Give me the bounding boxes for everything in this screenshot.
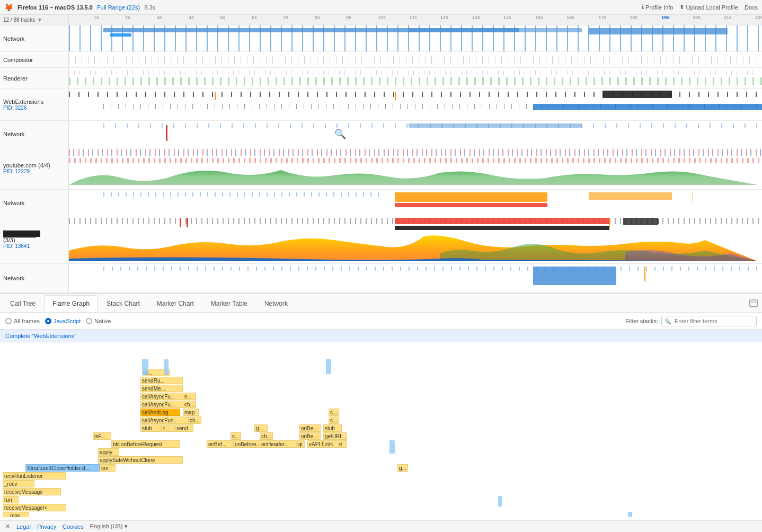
flame-block[interactable]: r... <box>162 424 175 432</box>
radio-all-frames[interactable]: All frames <box>5 318 40 324</box>
flame-block[interactable]: c... <box>329 409 339 416</box>
track-row-network3: Network <box>0 190 762 216</box>
tab-stack-chart[interactable]: Stack Chart <box>99 295 148 312</box>
flamegraph-area: w... sendRu... sendMe... callAsyncFu... … <box>0 342 762 517</box>
flame-block[interactable]: map <box>183 409 199 416</box>
frames-radio-group: All frames JavaScript Native <box>5 318 111 324</box>
flame-block[interactable]: applySafeWithoutClone <box>98 456 183 464</box>
track-content-youtube <box>69 147 762 189</box>
legal-link[interactable]: Legal <box>16 524 31 530</box>
track-content-network4 <box>69 264 762 292</box>
flame-block[interactable]: _recv <box>3 480 34 487</box>
flame-block[interactable]: StructuredCloneHolder.d... <box>25 464 100 472</box>
flame-block[interactable]: onBef... <box>207 440 233 448</box>
upload-icon: ⬆ <box>679 4 684 11</box>
tab-network[interactable]: Network <box>256 295 296 312</box>
flame-block[interactable]: onBeforeRequest <box>119 440 180 448</box>
tab-flame-graph[interactable]: Flame Graph <box>45 295 98 312</box>
tracks-count[interactable]: 12 / 88 tracks ▼ <box>0 15 69 25</box>
svg-rect-1 <box>750 299 757 303</box>
flame-block[interactable]: ch... <box>260 432 273 440</box>
track-content-network3 <box>69 190 762 216</box>
range-label[interactable]: Full Range (22s) <box>97 4 140 11</box>
tab-marker-chart[interactable]: Marker Chart <box>149 295 202 312</box>
flame-block[interactable]: receiveMessage/< <box>3 504 66 511</box>
flame-block[interactable]: apply <box>98 448 119 456</box>
profile-info-btn[interactable]: ℹ Profile Info <box>642 4 674 11</box>
flamegraph-canvas: w... sendRu... sendMe... callAsyncFu... … <box>0 342 762 517</box>
flame-block[interactable]: receiveMessage <box>3 488 61 495</box>
radio-dot-javascript <box>45 318 51 324</box>
flame-block[interactable]: g... <box>397 464 408 472</box>
flame-block[interactable]: ch... <box>188 416 201 424</box>
track-content-compositor <box>69 52 762 67</box>
panel-toggle-icon[interactable] <box>747 297 760 309</box>
track-content-network1 <box>69 25 762 51</box>
track-label-network3: Network <box>0 190 69 216</box>
track-row-network4: Network <box>0 264 762 293</box>
language-selector[interactable]: English (US) ▾ <box>90 523 128 530</box>
cookies-link[interactable]: Cookies <box>63 524 84 530</box>
track-label-network2: Network <box>0 121 69 147</box>
flame-block[interactable]: stub <box>140 424 162 432</box>
flame-block[interactable]: tire <box>100 464 116 472</box>
track-row-pid13641: ████████ (3/3) PID: 13641 <box>0 216 762 264</box>
flame-block[interactable]: qi <box>297 440 305 448</box>
flame-block[interactable]: recvRunListener <box>3 472 66 480</box>
track-label-pid13641: ████████ (3/3) PID: 13641 <box>0 216 69 263</box>
track-content-network2: 🔍 <box>69 121 762 147</box>
flame-marker <box>164 359 169 375</box>
flame-block[interactable]: onBe... <box>299 432 321 440</box>
flame-block[interactable]: sendRu... <box>140 377 183 384</box>
flame-block[interactable]: stub <box>323 424 342 432</box>
tabs-bar: Call Tree Flame Graph Stack Chart Marker… <box>0 294 762 313</box>
track-row-youtube: youtube.com (4/4) PID: 12229 <box>0 147 762 190</box>
flame-block[interactable]: c... <box>231 432 241 440</box>
close-icon[interactable]: ✕ <box>5 523 10 530</box>
status-bar: ✕ Legal Privacy Cookies English (US) ▾ <box>0 520 762 532</box>
flame-marker <box>389 440 395 454</box>
filter-stacks-input[interactable] <box>661 316 757 326</box>
flame-marker <box>628 512 632 517</box>
track-content-webext <box>69 89 762 120</box>
flame-block[interactable]: c... <box>329 416 339 424</box>
flame-block[interactable]: ch... <box>183 401 196 408</box>
track-label-youtube: youtube.com (4/4) PID: 12229 <box>0 147 69 189</box>
upload-btn[interactable]: ⬆ Upload Local Profile <box>679 4 738 11</box>
flame-block[interactable]: callAsyncFun... <box>140 416 191 424</box>
flame-block[interactable]: callAsyncFu... <box>140 401 188 408</box>
track-row-network1: Network <box>0 25 762 52</box>
privacy-link[interactable]: Privacy <box>37 524 56 530</box>
filter-stacks: Filter stacks: 🔍 <box>625 316 757 326</box>
radio-native[interactable]: Native <box>86 318 111 324</box>
tab-marker-table[interactable]: Marker Table <box>203 295 255 312</box>
filter-input-wrap: 🔍 <box>661 316 757 326</box>
track-content-pid13641 <box>69 216 762 263</box>
flame-block[interactable]: g... <box>254 424 268 432</box>
zoom-icon: 🔍 <box>334 128 346 140</box>
top-bar: 🦊 Firefox 116 – macOS 13.5.0 Full Range … <box>0 0 762 15</box>
flame-block[interactable]: callAndLog <box>140 409 180 416</box>
flame-block[interactable]: onHeader... <box>260 440 297 448</box>
track-content-renderer <box>69 68 762 88</box>
app-title: Firefox 116 – macOS 13.5.0 <box>17 4 93 11</box>
radio-javascript[interactable]: JavaScript <box>45 318 81 324</box>
flame-block[interactable]: ... map <box>3 512 29 517</box>
top-bar-left: 🦊 Firefox 116 – macOS 13.5.0 Full Range … <box>4 3 155 12</box>
flame-block[interactable]: run <box>3 496 19 503</box>
docs-btn[interactable]: Docs <box>745 4 758 11</box>
track-row-renderer: Renderer <box>0 68 762 89</box>
flame-block[interactable]: zi/< <box>323 440 339 448</box>
flame-block[interactable]: onBe... <box>299 424 321 432</box>
flame-block[interactable]: isF... <box>93 432 111 440</box>
radio-dot-native <box>86 318 92 324</box>
flame-block[interactable]: n... <box>183 393 196 400</box>
flame-block[interactable]: callAsyncFu... <box>140 393 188 400</box>
filter-bar: All frames JavaScript Native Filter stac… <box>0 313 762 330</box>
flame-block[interactable]: sendMe... <box>140 385 183 392</box>
duration: 8.3s <box>144 4 155 11</box>
flame-block[interactable]: getURL <box>323 432 347 440</box>
track-label-webext: WebExtensions PID: 3226 <box>0 89 69 120</box>
flame-block[interactable]: send <box>175 424 193 432</box>
tab-call-tree[interactable]: Call Tree <box>2 295 43 312</box>
